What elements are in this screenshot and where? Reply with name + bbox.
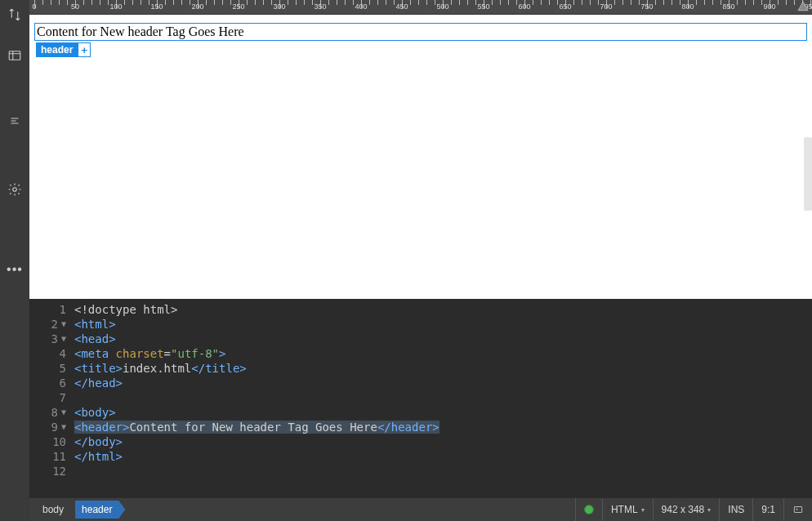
status-bar: bodyheader HTML ▾ 942 x 348 ▾ INS 9:1 xyxy=(29,498,812,521)
format-code-icon[interactable] xyxy=(3,109,26,132)
breadcrumb: bodyheader xyxy=(29,498,125,521)
code-line[interactable]: </body> xyxy=(74,434,439,449)
viewport-dimensions[interactable]: 942 x 348 ▾ xyxy=(653,498,720,521)
cursor-position: 9:1 xyxy=(752,498,783,521)
svg-rect-0 xyxy=(9,51,20,60)
ruler-label: 350 xyxy=(314,2,326,11)
ruler-label: 650 xyxy=(559,2,571,11)
ruler-label: 200 xyxy=(191,2,203,11)
code-line[interactable]: <title>index.html</title> xyxy=(74,361,439,376)
code-line[interactable]: <body> xyxy=(74,405,439,420)
ruler-label: 750 xyxy=(640,2,653,11)
svg-rect-2 xyxy=(794,507,801,513)
gutter-line: 5 xyxy=(29,361,66,376)
ruler-label: 700 xyxy=(600,2,612,11)
breadcrumb-item[interactable]: header xyxy=(75,501,125,519)
left-icon-rail: ••• xyxy=(0,0,29,521)
gutter-line: 9 ▼ xyxy=(29,420,66,434)
tag-name-label[interactable]: header xyxy=(36,42,78,57)
ruler-label: 100 xyxy=(109,2,122,11)
code-line[interactable]: <header>Content for New header Tag Goes … xyxy=(74,420,439,434)
ruler-label: 50 xyxy=(71,2,79,11)
svg-point-1 xyxy=(13,188,17,192)
fold-toggle-icon[interactable]: ▼ xyxy=(61,420,66,434)
code-lines[interactable]: <!doctype html><html><head><meta charset… xyxy=(74,299,439,498)
ruler-label: 500 xyxy=(436,2,448,11)
gutter-line: 2 ▼ xyxy=(29,317,66,332)
status-ok-icon[interactable] xyxy=(575,498,602,521)
code-view[interactable]: 12 ▼3 ▼45678 ▼9 ▼101112 <!doctype html><… xyxy=(29,299,812,498)
gutter-line: 6 xyxy=(29,376,66,390)
ruler-label: 450 xyxy=(395,2,408,11)
add-element-button[interactable]: + xyxy=(78,42,91,57)
ruler-label: 800 xyxy=(681,2,694,11)
selected-element[interactable]: Content for New header Tag Goes Here xyxy=(34,23,807,41)
gutter-line: 1 xyxy=(29,302,66,317)
ruler-label: 0 xyxy=(32,2,36,11)
gutter-line: 12 xyxy=(29,464,66,479)
code-line[interactable]: </head> xyxy=(74,376,439,390)
swap-arrows-icon[interactable] xyxy=(3,3,26,26)
ruler-label: 600 xyxy=(518,2,530,11)
code-line[interactable]: <!doctype html> xyxy=(74,302,439,317)
fold-toggle-icon[interactable]: ▼ xyxy=(61,405,66,420)
ruler-label: 550 xyxy=(477,2,489,11)
gutter-line: 7 xyxy=(29,390,66,405)
ruler-end-marker-icon[interactable] xyxy=(796,0,810,15)
settings-gear-icon[interactable] xyxy=(3,178,26,201)
ruler-label: 400 xyxy=(355,2,367,11)
more-options-icon[interactable]: ••• xyxy=(3,258,26,281)
ruler-label: 300 xyxy=(273,2,285,11)
code-line[interactable] xyxy=(74,390,439,405)
gutter-line: 10 xyxy=(29,434,66,449)
insert-mode[interactable]: INS xyxy=(719,498,752,521)
element-tag-handle[interactable]: header + xyxy=(36,42,91,57)
ruler-label: 150 xyxy=(150,2,163,11)
gutter-line: 3 ▼ xyxy=(29,332,66,346)
horizontal-ruler: 0501001502002503003504004505005506006507… xyxy=(29,0,812,15)
code-line[interactable]: <meta charset="utf-8"> xyxy=(74,346,439,361)
code-line[interactable]: <head> xyxy=(74,332,439,346)
ruler-label: 250 xyxy=(232,2,244,11)
breadcrumb-item[interactable]: body xyxy=(36,501,75,519)
fold-toggle-icon[interactable]: ▼ xyxy=(61,332,66,346)
code-line[interactable]: <html> xyxy=(74,317,439,332)
code-gutter: 12 ▼3 ▼45678 ▼9 ▼101112 xyxy=(29,299,74,498)
gutter-line: 11 xyxy=(29,449,66,464)
code-line[interactable]: </html> xyxy=(74,449,439,464)
fold-toggle-icon[interactable]: ▼ xyxy=(61,317,66,332)
design-scrollbar[interactable] xyxy=(804,137,812,211)
gutter-line: 8 ▼ xyxy=(29,405,66,420)
ruler-label: 850 xyxy=(722,2,734,11)
error-panel-icon[interactable] xyxy=(783,498,812,521)
dom-panel-icon[interactable] xyxy=(3,44,26,67)
ruler-label: 900 xyxy=(763,2,775,11)
code-line[interactable] xyxy=(74,464,439,479)
gutter-line: 4 xyxy=(29,346,66,361)
language-selector[interactable]: HTML ▾ xyxy=(602,498,653,521)
design-view[interactable]: Content for New header Tag Goes Here hea… xyxy=(29,15,812,299)
